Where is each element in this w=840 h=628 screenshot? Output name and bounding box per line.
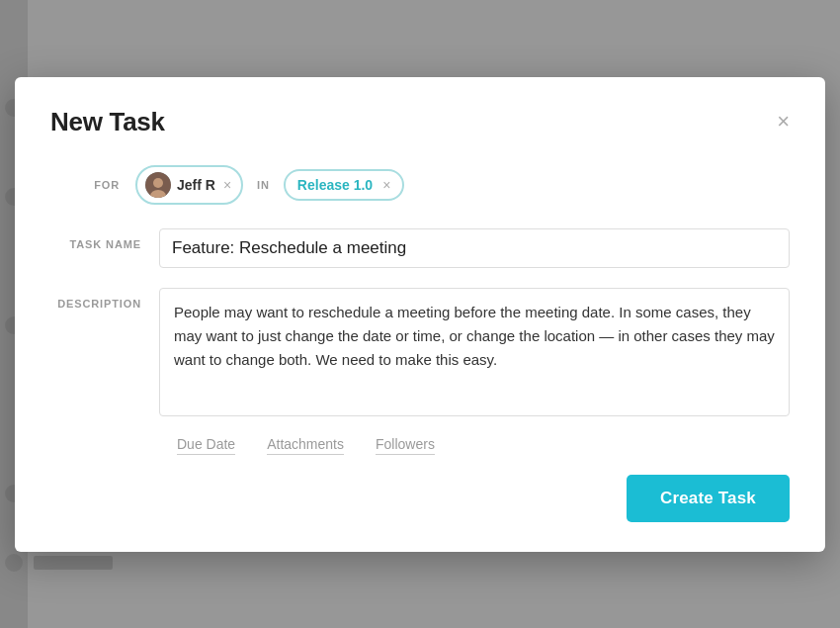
project-pill[interactable]: Release 1.0 × — [284, 169, 404, 201]
modal-footer: Create Task — [50, 475, 790, 522]
description-row: DESCRIPTION — [50, 288, 790, 416]
task-name-input[interactable] — [159, 228, 790, 268]
modal-header: New Task × — [50, 107, 790, 137]
assignee-pill[interactable]: Jeff R × — [135, 165, 243, 205]
create-task-button[interactable]: Create Task — [627, 475, 790, 522]
svg-point-1 — [153, 178, 163, 188]
additional-options-tabs: Due Date Attachments Followers — [50, 436, 790, 455]
avatar — [145, 172, 171, 198]
for-label: FOR — [50, 179, 120, 191]
description-textarea[interactable] — [159, 288, 790, 416]
project-remove-button[interactable]: × — [382, 178, 390, 192]
new-task-modal: New Task × FOR Jeff R × IN Release 1.0 × — [15, 77, 825, 552]
description-label: DESCRIPTION — [50, 288, 159, 310]
modal-title: New Task — [50, 107, 165, 137]
task-name-label: TASK NAME — [50, 228, 159, 250]
attachments-tab[interactable]: Attachments — [267, 436, 344, 455]
modal-close-button[interactable]: × — [777, 111, 790, 133]
due-date-tab[interactable]: Due Date — [177, 436, 235, 455]
assignee-name: Jeff R — [177, 177, 215, 193]
in-label: IN — [257, 179, 270, 191]
project-name: Release 1.0 — [297, 177, 373, 193]
for-in-row: FOR Jeff R × IN Release 1.0 × — [50, 165, 790, 205]
followers-tab[interactable]: Followers — [376, 436, 435, 455]
assignee-remove-button[interactable]: × — [223, 178, 231, 192]
task-name-row: TASK NAME — [50, 228, 790, 268]
